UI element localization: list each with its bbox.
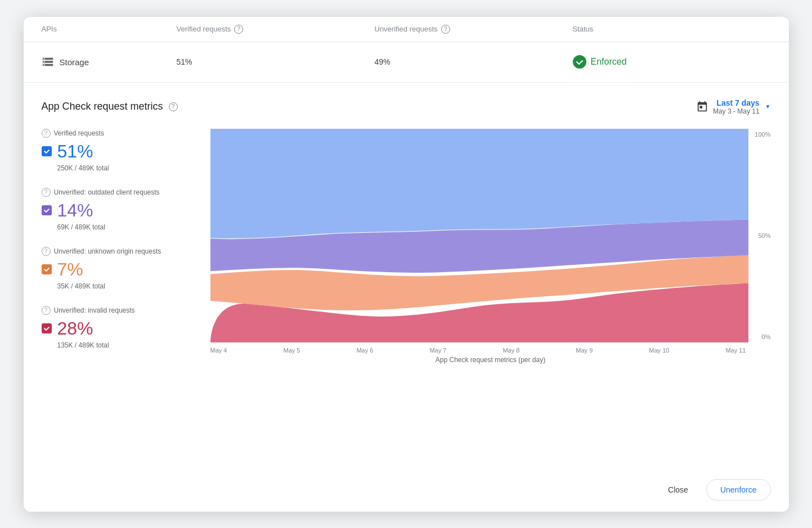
enforced-badge: Enforced	[573, 55, 771, 69]
header-api: APIs	[42, 17, 177, 42]
verified-help-icon[interactable]: ?	[234, 25, 243, 34]
legend-total-0: 250K / 489K total	[57, 164, 199, 172]
y-label-100: 100%	[748, 131, 771, 138]
x-label-3: May 7	[429, 347, 446, 354]
api-name: Storage	[60, 57, 89, 67]
legend-percentage-2: 7%	[57, 259, 83, 280]
table-row: Storage 51% 49% Enforced	[24, 42, 789, 83]
header-unverified: Unverified requests ?	[375, 17, 573, 42]
chart-title: App Check request metrics (per day)	[210, 356, 771, 364]
legend-item-3: ? Unverified: invalid requests 28% 135K …	[42, 306, 199, 349]
close-button[interactable]: Close	[657, 480, 699, 500]
status-cell: Enforced	[573, 46, 771, 78]
date-range-text: Last 7 days May 3 - May 11	[713, 98, 760, 115]
legend-percentage-1: 14%	[57, 200, 93, 221]
legend-total-1: 69K / 489K total	[57, 223, 199, 231]
table-header: APIs Verified requests ? Unverified requ…	[24, 17, 789, 42]
check-circle-icon	[573, 55, 586, 69]
x-label-6: May 10	[649, 347, 669, 354]
legend-value-row-0: 51%	[42, 141, 199, 162]
x-label-5: May 9	[576, 347, 593, 354]
x-label-0: May 4	[210, 347, 227, 354]
chart-layer-verified	[210, 129, 748, 238]
legend-total-2: 35K / 489K total	[57, 282, 199, 290]
legend-label-0: ? Verified requests	[42, 129, 199, 138]
legend-panel: ? Verified requests 51% 250K / 489K tota…	[42, 129, 210, 468]
dropdown-arrow-icon: ▼	[765, 103, 771, 110]
x-labels: May 4May 5May 6May 7May 8May 9May 10May …	[210, 342, 746, 354]
metrics-title: App Check request metrics ?	[42, 101, 178, 112]
legend-checkbox-1[interactable]	[42, 205, 52, 215]
unenforce-button[interactable]: Unenforce	[706, 479, 771, 500]
legend-checkbox-0[interactable]	[42, 146, 52, 156]
legend-value-row-1: 14%	[42, 200, 199, 221]
header-status: Status	[573, 17, 771, 42]
legend-value-row-3: 28%	[42, 318, 199, 339]
legend-help-icon-0[interactable]: ?	[42, 129, 51, 138]
chart-svg	[210, 129, 748, 342]
x-label-7: May 11	[725, 347, 746, 354]
y-label-0: 0%	[748, 333, 771, 340]
unverified-help-icon[interactable]: ?	[441, 25, 450, 34]
legend-help-icon-3[interactable]: ?	[42, 306, 51, 315]
metrics-header: App Check request metrics ? Last 7 days …	[42, 98, 771, 115]
date-range-label: Last 7 days	[713, 98, 760, 107]
legend-label-2: ? Unverified: unknown origin requests	[42, 247, 199, 256]
status-label: Enforced	[591, 57, 627, 67]
chart-container: 100% 50% 0%	[210, 129, 771, 342]
metrics-help-icon[interactable]: ?	[169, 102, 178, 111]
legend-label-1: ? Unverified: outdated client requests	[42, 188, 199, 197]
x-label-2: May 6	[356, 347, 373, 354]
legend-percentage-0: 51%	[57, 141, 93, 162]
legend-label-3: ? Unverified: invalid requests	[42, 306, 199, 315]
modal: APIs Verified requests ? Unverified requ…	[24, 17, 789, 512]
legend-item-2: ? Unverified: unknown origin requests 7%…	[42, 247, 199, 290]
legend-help-icon-2[interactable]: ?	[42, 247, 51, 256]
x-label-4: May 8	[503, 347, 519, 354]
storage-icon	[42, 56, 54, 68]
unverified-pct-cell: 49%	[375, 48, 573, 75]
metrics-content: ? Verified requests 51% 250K / 489K tota…	[42, 129, 771, 468]
legend-percentage-3: 28%	[57, 318, 93, 339]
metrics-section: App Check request metrics ? Last 7 days …	[24, 83, 789, 468]
chart-area: 100% 50% 0% May 4May 5May 6May 7May 8May…	[210, 129, 771, 468]
legend-value-row-2: 7%	[42, 259, 199, 280]
date-range-sub: May 3 - May 11	[713, 107, 760, 115]
api-cell: Storage	[42, 47, 177, 77]
legend-total-3: 135K / 489K total	[57, 341, 199, 349]
legend-checkbox-3[interactable]	[42, 323, 52, 333]
legend-item-0: ? Verified requests 51% 250K / 489K tota…	[42, 129, 199, 172]
legend-help-icon-1[interactable]: ?	[42, 188, 51, 197]
legend-item-1: ? Unverified: outdated client requests 1…	[42, 188, 199, 231]
header-verified: Verified requests ?	[177, 17, 375, 42]
x-label-1: May 5	[283, 347, 300, 354]
modal-footer: Close Unenforce	[24, 468, 789, 512]
y-labels: 100% 50% 0%	[748, 129, 771, 342]
calendar-icon	[696, 101, 708, 113]
y-label-50: 50%	[748, 232, 771, 239]
verified-pct-cell: 51%	[177, 48, 375, 75]
date-range-picker[interactable]: Last 7 days May 3 - May 11 ▼	[696, 98, 771, 115]
legend-checkbox-2[interactable]	[42, 264, 52, 274]
